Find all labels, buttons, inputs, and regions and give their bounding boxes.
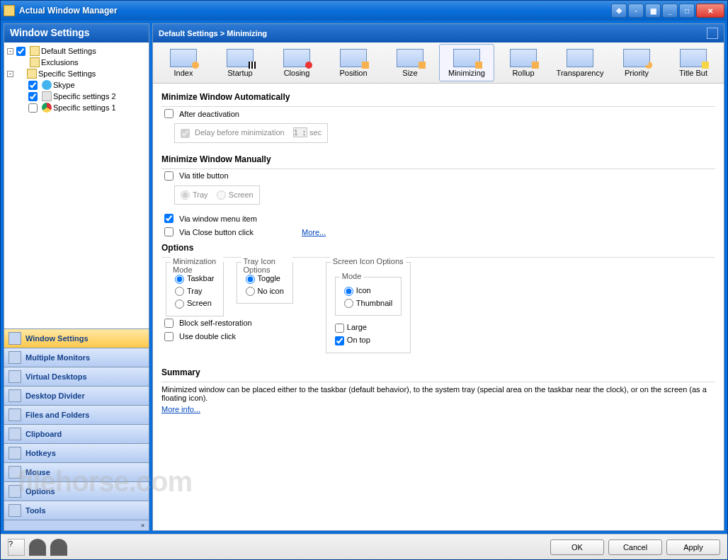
nav-mouse[interactable]: Mouse: [4, 463, 149, 482]
summary-text: Minimized window can be placed either to…: [161, 382, 715, 405]
tree-check[interactable]: [28, 81, 38, 90]
via-menu-check[interactable]: [164, 214, 174, 223]
tab-position[interactable]: Position: [326, 44, 381, 81]
maximize-button[interactable]: □: [679, 4, 695, 18]
tab-rollup[interactable]: Rollup: [496, 44, 551, 81]
footer-icon-2[interactable]: [50, 539, 67, 556]
radio-screen-mode[interactable]: [175, 299, 184, 309]
tab-transparency[interactable]: Transparency: [552, 44, 608, 81]
tray-icon-legend: Tray Icon Options: [241, 257, 292, 274]
chrome-icon: [42, 103, 52, 113]
nav-options[interactable]: Options: [4, 482, 149, 501]
via-title-check[interactable]: [164, 171, 174, 181]
after-deactivation-label: After deactivation: [179, 110, 239, 118]
group-auto-title: Minimize Window Automatically: [161, 88, 715, 107]
clipboard-icon: [8, 428, 21, 440]
minimize-button[interactable]: _: [662, 4, 678, 18]
position-icon: [340, 49, 367, 67]
group-manual-title: Minimize Window Manually: [161, 150, 715, 169]
window-title: Actual Window Manager: [19, 6, 611, 16]
tree-check[interactable]: [28, 92, 38, 101]
breadcrumb: Default Settings > Minimizing: [159, 29, 267, 38]
nav-hotkeys[interactable]: Hotkeys: [4, 444, 149, 463]
nav-expand-toggle[interactable]: »: [4, 520, 149, 530]
radio-thumbnail[interactable]: [344, 299, 353, 308]
radio-noicon[interactable]: [246, 287, 255, 296]
tree-check[interactable]: [28, 103, 38, 113]
tray-icon-box: Tray Icon Options Toggle No icon: [237, 262, 293, 304]
sidebar-nav: Window Settings Multiple Monitors Virtua…: [4, 328, 149, 530]
ontop-check[interactable]: [335, 336, 344, 345]
size-icon: [397, 49, 423, 67]
skype-icon: [42, 80, 52, 90]
screen-icon-mode-box: Mode Icon Thumbnail: [335, 277, 402, 316]
footer-bar: ? OK Cancel Apply: [1, 534, 727, 559]
expand-icon[interactable]: -: [7, 48, 13, 55]
desktops-icon: [8, 370, 21, 383]
via-menu-label: Via window menu item: [179, 215, 257, 223]
radio-tray-mode[interactable]: [175, 287, 184, 296]
tree-item-specific2[interactable]: Specific settings 2: [28, 91, 146, 102]
via-close-check[interactable]: [164, 227, 174, 236]
priority-icon: [623, 49, 650, 67]
titlebar-pin-btn[interactable]: ◦: [628, 4, 644, 18]
tree-item-specific1[interactable]: Specific settings 1: [28, 102, 146, 113]
expand-icon[interactable]: -: [7, 71, 13, 77]
footer-icon-1[interactable]: [29, 539, 46, 556]
titlebar[interactable]: Actual Window Manager ✥ ◦ ▦ _ □ ✕: [1, 1, 727, 21]
double-click-label: Use double click: [179, 332, 236, 341]
title-radio-box: Tray Screen: [174, 185, 260, 205]
closing-icon: [283, 49, 310, 67]
more-info-link[interactable]: More info...: [161, 405, 200, 413]
titlebar-buttons: ✥ ◦ ▦ _ □ ✕: [611, 4, 724, 18]
nav-window-settings[interactable]: Window Settings: [4, 329, 149, 348]
tab-startup[interactable]: Startup: [212, 44, 268, 81]
radio-taskbar[interactable]: [175, 275, 184, 284]
monitors-icon: [8, 351, 21, 364]
help-icon[interactable]: ?: [8, 539, 25, 556]
radio-icon[interactable]: [344, 287, 353, 296]
close-button[interactable]: ✕: [696, 4, 724, 18]
group-options-title: Options: [161, 239, 715, 258]
main-panel: Default Settings > Minimizing Index Star…: [152, 23, 724, 531]
cancel-button[interactable]: Cancel: [608, 539, 662, 555]
nav-tools[interactable]: Tools: [4, 501, 149, 520]
tab-priority[interactable]: Priority: [609, 44, 664, 81]
tree-check-default[interactable]: [16, 47, 25, 56]
more-link[interactable]: More...: [302, 228, 326, 236]
apply-button[interactable]: Apply: [666, 539, 720, 555]
ok-button[interactable]: OK: [550, 539, 604, 555]
settings-tree[interactable]: - Default Settings Exclusions - Specific…: [4, 42, 149, 328]
index-icon: [170, 49, 197, 67]
double-click-check[interactable]: [164, 332, 174, 341]
nav-virtual-desktops[interactable]: Virtual Desktops: [4, 367, 149, 387]
popout-icon[interactable]: [707, 28, 718, 39]
tree-item-default[interactable]: - Default Settings: [7, 45, 146, 57]
sidebar: Window Settings - Default Settings Exclu…: [4, 23, 149, 531]
titlebar-move-btn[interactable]: ✥: [611, 4, 627, 18]
tab-title-buttons[interactable]: Title But: [666, 44, 721, 81]
nav-multiple-monitors[interactable]: Multiple Monitors: [4, 348, 149, 367]
block-self-check[interactable]: [164, 319, 174, 328]
titlebar-tile-btn[interactable]: ▦: [645, 4, 661, 18]
transparency-icon: [567, 49, 593, 67]
nav-files-folders[interactable]: Files and Folders: [4, 406, 149, 425]
tab-index[interactable]: Index: [156, 44, 211, 81]
tree-item-exclusions[interactable]: Exclusions: [7, 57, 146, 68]
tab-size[interactable]: Size: [382, 44, 438, 81]
large-check[interactable]: [335, 324, 344, 333]
delay-check: [181, 129, 190, 138]
tab-closing[interactable]: Closing: [269, 44, 324, 81]
tree-item-skype[interactable]: Skype: [28, 79, 146, 91]
tree-label: Specific settings 1: [53, 103, 116, 112]
nav-desktop-divider[interactable]: Desktop Divider: [4, 387, 149, 406]
tree-item-specific[interactable]: - Specific Settings: [7, 68, 146, 79]
startup-icon: [227, 49, 254, 67]
tree-label: Skype: [53, 81, 75, 89]
radio-tray: [181, 190, 190, 200]
nav-clipboard[interactable]: Clipboard: [4, 425, 149, 444]
tab-minimizing[interactable]: Minimizing: [439, 44, 494, 81]
folder-icon: [30, 57, 40, 67]
after-deactivation-check[interactable]: [164, 109, 174, 118]
radio-toggle[interactable]: [246, 275, 255, 284]
